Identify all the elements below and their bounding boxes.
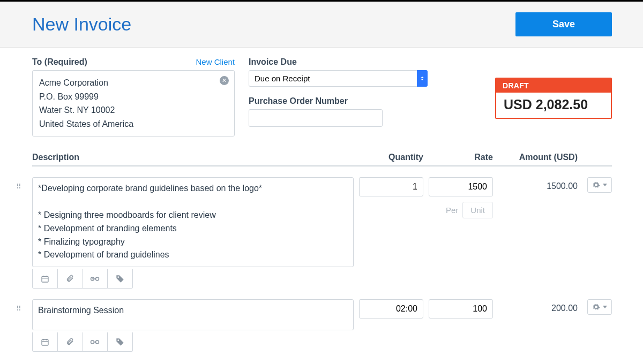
svg-point-15: [117, 339, 119, 341]
chevron-down-icon: [603, 184, 607, 186]
client-line: Acme Corporation: [39, 76, 228, 90]
svg-point-5: [96, 277, 99, 280]
clear-client-icon[interactable]: ✕: [220, 76, 229, 85]
line-item: ⠿ Per: [32, 166, 612, 289]
line-amount: 200.00: [498, 299, 578, 352]
page-header: New Invoice Save: [0, 2, 643, 48]
calendar-icon[interactable]: [33, 332, 58, 351]
client-line: Water St. NY 10002: [39, 103, 228, 117]
save-button[interactable]: Save: [515, 12, 612, 36]
attachment-icon[interactable]: [58, 332, 83, 351]
client-line: P.O. Box 99999: [39, 90, 228, 104]
client-line: United States of America: [39, 117, 228, 131]
po-label: Purchase Order Number: [249, 96, 383, 106]
col-amount: Amount (USD): [498, 153, 583, 162]
invoice-due-select[interactable]: Due on Receipt: [249, 70, 428, 87]
svg-rect-8: [42, 339, 48, 345]
line-toolbar: [32, 269, 133, 289]
col-rate: Rate: [429, 153, 498, 162]
svg-point-13: [96, 340, 99, 344]
quantity-input[interactable]: [359, 177, 423, 196]
page-title: New Invoice: [32, 14, 131, 35]
to-label: To (Required): [32, 57, 87, 67]
rate-input[interactable]: [429, 177, 493, 196]
link-icon[interactable]: [83, 332, 108, 351]
rate-input[interactable]: [429, 299, 493, 318]
per-label: Per: [446, 206, 458, 215]
link-icon[interactable]: [83, 269, 108, 288]
line-settings-button[interactable]: [587, 177, 612, 193]
tag-icon[interactable]: [108, 269, 132, 288]
quantity-input[interactable]: [359, 299, 423, 318]
drag-handle-icon[interactable]: ⠿: [16, 299, 27, 352]
unit-select[interactable]: Unit: [462, 202, 493, 218]
svg-rect-0: [42, 276, 48, 282]
line-amount: 1500.00: [498, 177, 578, 289]
calendar-icon[interactable]: [33, 269, 58, 288]
line-item: ⠿ 200.00: [32, 289, 612, 352]
invoice-due-label: Invoice Due: [249, 57, 383, 67]
line-toolbar: [32, 332, 133, 352]
gear-icon: [592, 181, 600, 189]
svg-point-12: [91, 340, 94, 344]
gear-icon: [592, 303, 600, 311]
description-textarea[interactable]: [32, 299, 354, 330]
status-badge: DRAFT: [496, 79, 611, 93]
chevron-down-icon: [603, 306, 607, 308]
client-address-box[interactable]: ✕ Acme Corporation P.O. Box 99999 Water …: [32, 70, 235, 136]
new-client-link[interactable]: New Client: [196, 57, 235, 66]
invoice-total-box: DRAFT USD 2,082.50: [495, 78, 612, 119]
po-number-input[interactable]: [249, 109, 383, 127]
invoice-total-amount: USD 2,082.50: [496, 93, 611, 118]
description-textarea[interactable]: [32, 177, 354, 267]
tag-icon[interactable]: [108, 332, 132, 351]
drag-handle-icon[interactable]: ⠿: [16, 177, 27, 289]
attachment-icon[interactable]: [58, 269, 83, 288]
svg-point-7: [117, 276, 119, 278]
line-settings-button[interactable]: [587, 299, 612, 315]
col-description: Description: [32, 153, 359, 162]
col-quantity: Quantity: [359, 153, 429, 162]
